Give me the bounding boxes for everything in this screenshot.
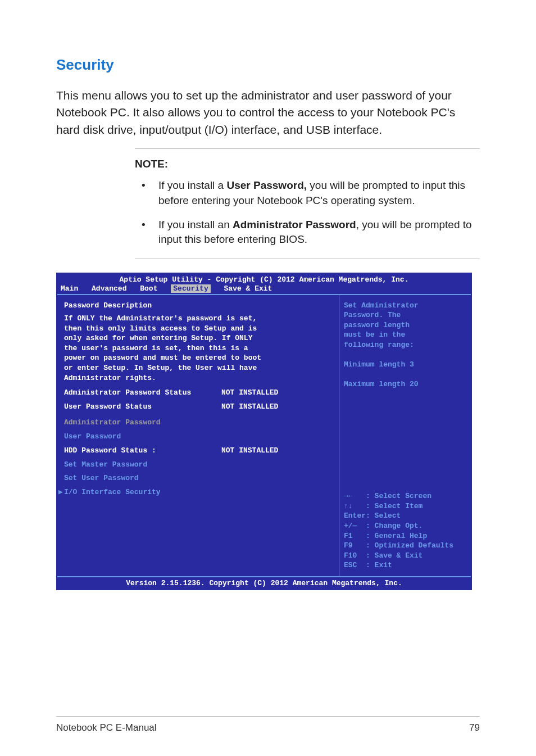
help-line: Maximum length 20	[344, 379, 467, 390]
bios-desc-line: only asked for when entering Setup. If O…	[64, 333, 332, 343]
page-footer: Notebook PC E-Manual 79	[56, 716, 480, 734]
help-line: must be in the	[344, 330, 467, 340]
bios-link-label: User Password	[64, 430, 221, 444]
key-help-line: ↑↓ : Select Item	[344, 501, 467, 511]
bios-tab-save-exit: Save & Exit	[224, 284, 272, 293]
bios-hdd-pw-status-row: HDD Password Status : NOT INSTALLED	[64, 444, 332, 458]
note-bold: Administrator Password	[233, 219, 356, 230]
bios-footer: Version 2.15.1236. Copyright (C) 2012 Am…	[57, 576, 471, 589]
help-line: Minimum length 3	[344, 360, 467, 370]
help-line: password length	[344, 320, 467, 331]
bios-user-pw-status-row: User Password Status NOT INSTALLED	[64, 400, 332, 414]
bios-tab-security: Security	[171, 284, 210, 293]
bios-row-value: NOT INSTALLED	[221, 386, 278, 400]
key-help-line: F10 : Save & Exit	[344, 551, 467, 561]
bios-row-value: NOT INSTALLED	[221, 400, 278, 414]
bios-link-label: Set Master Password	[64, 458, 221, 472]
bios-link-label: Administrator Password	[64, 416, 221, 430]
bios-header: Aptio Setup Utility - Copyright (C) 2012…	[57, 274, 471, 284]
bios-screenshot: Aptio Setup Utility - Copyright (C) 2012…	[56, 273, 472, 590]
bios-desc-line: Administrator rights.	[64, 373, 332, 383]
note-text: If you install an Administrator Password…	[158, 218, 480, 247]
bios-tab-boot: Boot	[140, 284, 157, 293]
bios-row-label: HDD Password Status :	[64, 444, 221, 458]
key-help-line: ESC : Exit	[344, 560, 467, 571]
footer-title: Notebook PC E-Manual	[56, 722, 157, 734]
help-line: Set Administrator	[344, 301, 467, 311]
note-label: NOTE:	[135, 158, 480, 170]
bullet-icon: •	[135, 218, 158, 247]
bios-admin-password-link: Administrator Password	[64, 416, 332, 430]
bios-link-label: Set User Password	[64, 472, 221, 486]
bios-key-help: →← : Select Screen ↑↓ : Select Item Ente…	[344, 491, 467, 570]
note-block: NOTE: • If you install a User Password, …	[135, 148, 480, 259]
bios-set-user-password: Set User Password	[64, 472, 332, 486]
bios-user-password-link: User Password	[64, 430, 332, 444]
bios-desc-line: If ONLY the Administrator's password is …	[64, 314, 332, 324]
key-help-line: →← : Select Screen	[344, 491, 467, 501]
bios-tabs: Main Advanced Boot Security Save & Exit	[57, 284, 471, 294]
bios-context-help: Set Administrator Password. The password…	[344, 301, 467, 390]
bios-io-interface-security: ▶ I/O Interface Security	[64, 486, 332, 500]
section-heading: Security	[56, 56, 480, 74]
key-help-line: F1 : General Help	[344, 531, 467, 541]
triangle-right-icon: ▶	[58, 486, 63, 500]
bios-pw-desc-title: Password Description	[64, 301, 332, 311]
bios-left-pane: Password Description If ONLY the Adminis…	[57, 295, 339, 576]
bios-set-master-password: Set Master Password	[64, 458, 332, 472]
help-line: Password. The	[344, 310, 467, 320]
note-bold: User Password,	[226, 179, 307, 191]
intro-paragraph: This menu allows you to set up the admin…	[56, 87, 480, 138]
key-help-line: Enter: Select	[344, 511, 467, 521]
bios-admin-pw-status-row: Administrator Password Status NOT INSTAL…	[64, 386, 332, 400]
bios-link-label: I/O Interface Security	[64, 486, 221, 500]
bios-desc-line: power on password and must be entered to…	[64, 353, 332, 363]
bios-right-pane: Set Administrator Password. The password…	[339, 295, 471, 576]
page-number: 79	[469, 722, 480, 734]
note-item: • If you install an Administrator Passwo…	[135, 218, 480, 247]
note-pre: If you install an	[158, 219, 233, 230]
bios-row-label: Administrator Password Status	[64, 386, 221, 400]
note-item: • If you install a User Password, you wi…	[135, 178, 480, 208]
bios-desc-line: or enter Setup. In Setup, the User will …	[64, 363, 332, 373]
help-line: following range:	[344, 340, 467, 350]
key-help-line: F9 : Optimized Defaults	[344, 541, 467, 551]
bios-tab-advanced: Advanced	[92, 284, 126, 293]
bios-row-label: User Password Status	[64, 400, 221, 414]
help-line	[344, 370, 467, 380]
key-help-line: +/— : Change Opt.	[344, 521, 467, 531]
note-pre: If you install a	[158, 179, 226, 191]
help-line	[344, 350, 467, 360]
bios-tab-main: Main	[61, 284, 78, 293]
bios-desc-line: the user's password is set, then this is…	[64, 343, 332, 354]
bullet-icon: •	[135, 178, 158, 208]
bios-row-value: NOT INSTALLED	[221, 444, 278, 458]
bios-desc-line: then this only limits access to Setup an…	[64, 324, 332, 334]
note-text: If you install a User Password, you will…	[158, 178, 480, 208]
